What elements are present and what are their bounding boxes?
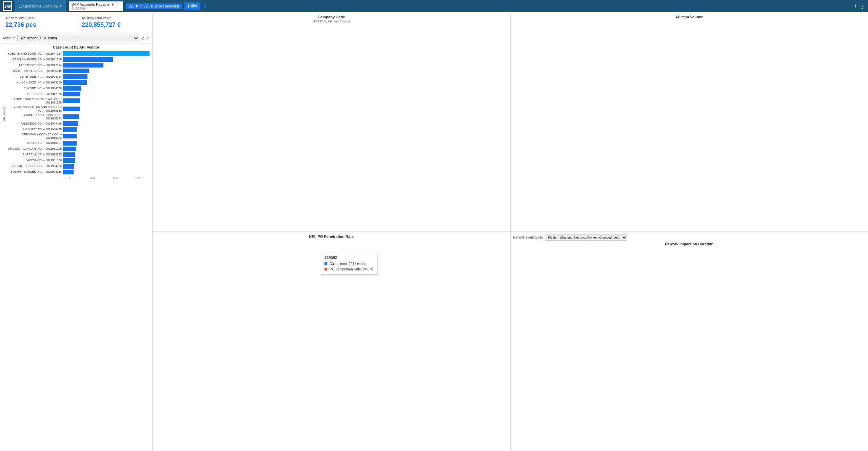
filter-box-main[interactable]: SAP Accounts Payable ▼ All cases (69, 1, 123, 11)
donut-small-label: Spain (308, 87, 314, 90)
bar-row-label: CRONIN – ROBEL CO. – 0021901315 (7, 58, 62, 61)
donut-small-cases: 76 cases (302, 99, 313, 102)
rework-y-tick: 2500 (526, 408, 532, 411)
rework-day-label: 3 days (843, 385, 851, 388)
po-x-axis-label: AP: Month Created (318, 444, 344, 448)
po-x-label: 2019/02 (166, 433, 174, 441)
donut-segment[interactable] (326, 94, 327, 110)
ap-volume-bar[interactable] (533, 204, 544, 210)
bar-fill[interactable] (63, 69, 89, 73)
ap-volume-bar[interactable] (549, 193, 560, 210)
expand-icon[interactable]: ⤢ (146, 36, 150, 41)
rework-day-label: 6 days (843, 340, 851, 343)
bar-fill[interactable] (63, 92, 80, 96)
ap-volume-bar[interactable] (797, 25, 808, 210)
bar-fill[interactable] (63, 57, 113, 62)
ap-volume-bar[interactable] (813, 29, 825, 210)
bar-fill[interactable] (63, 74, 87, 79)
nav-tab-operations[interactable]: 1) Operations Overview ▼ (15, 0, 66, 12)
bar-row: MANUPE LTD. – 0021946428175 cases (7, 127, 150, 132)
po-title: KPI: PO Penetration Rate (155, 234, 508, 239)
filter-dropdown-icon[interactable]: ▼ (111, 2, 115, 6)
bar-fill[interactable] (63, 63, 103, 68)
bar-fill[interactable] (63, 158, 75, 163)
more-options-button[interactable]: ⋮ (859, 2, 865, 10)
top-charts: Company Code (TOP10 by AP Item Counts) U… (153, 12, 868, 232)
ap-volume-bar[interactable] (582, 180, 594, 210)
ap-volume-bar[interactable] (615, 175, 627, 210)
settings-icon[interactable]: ⚙ (141, 36, 145, 41)
donut-small-label: Netherlands (302, 95, 317, 98)
bar-row-label: ELECTROPE CO. – 0021917214 (7, 63, 62, 67)
rework-y-tick: 17500 (525, 271, 532, 275)
bar-fill[interactable] (63, 121, 78, 126)
bar-row: LEERE CO. – 0021947370221 cases (7, 92, 150, 96)
svg-text:SAP: SAP (4, 5, 11, 8)
kpi-total-value: AP Item Total Value 220,855,727 € (76, 12, 152, 33)
rework-day-label: 1.5 days (843, 408, 853, 411)
donut-label-cases: 5841 cases (281, 152, 297, 156)
ap-volume-x-label: 2019/01 (531, 213, 539, 221)
rework-bar[interactable] (611, 296, 665, 432)
ap-volume-bar[interactable] (764, 46, 775, 210)
bar-fill[interactable] (63, 152, 75, 157)
bar-fill[interactable] (63, 51, 150, 56)
ap-volume-bar[interactable] (846, 67, 858, 210)
rework-y-tick: 12500 (525, 317, 532, 320)
po-y-right-tick: 12% (490, 406, 496, 409)
donut-segment[interactable] (292, 119, 322, 161)
ap-volume-bar[interactable] (731, 78, 742, 210)
ap-volume-bar[interactable] (714, 79, 726, 210)
ap-volume-bar[interactable] (698, 109, 709, 210)
po-x-label: 2019/11 (355, 433, 363, 441)
rework-day-label: 10.5 days (843, 271, 855, 275)
filter-main-label: SAP Accounts Payable (71, 2, 109, 6)
bar-fill[interactable] (63, 80, 87, 85)
bar-fill[interactable] (63, 114, 79, 119)
add-filter-button[interactable]: + (203, 2, 207, 10)
ap-volume-bar[interactable] (598, 178, 610, 210)
bar-fill[interactable] (63, 147, 76, 151)
ap-volume-bar[interactable] (566, 184, 577, 210)
bar-fill[interactable] (63, 86, 81, 91)
attribute-label: Attribute (3, 36, 15, 40)
rework-bar[interactable] (549, 273, 603, 432)
bar-fill[interactable] (63, 134, 77, 138)
bar-fill[interactable] (63, 107, 80, 111)
kpi-total-count: AP Item Total Count 22,736 pcs (0, 12, 76, 33)
rework-select[interactable]: PO Item Changed: Net price,PO Item Chang… (545, 234, 627, 241)
donut-small-cases: 1968 cases (296, 114, 310, 117)
bar-fill[interactable] (63, 170, 74, 174)
ap-volume-bar[interactable] (747, 74, 759, 210)
bar-container: 213 cases (63, 98, 150, 103)
po-y-left-tick: 0 (171, 429, 173, 432)
rework-y-left-label: Case count (514, 333, 517, 349)
ap-volume-bar[interactable] (780, 34, 792, 210)
filter-sub-label: All cases (71, 6, 121, 10)
bar-fill[interactable] (63, 98, 80, 103)
attribute-select[interactable]: AP: Vendor (1.9K items) (17, 35, 139, 41)
bar-row: ELECTROPE CO. – 0021917214516 cases (7, 63, 150, 68)
ap-volume-bar[interactable] (830, 38, 841, 210)
ap-volume-bar[interactable] (648, 134, 660, 210)
ap-volume-x-label: 2019/07 (630, 213, 638, 221)
ap-volume-x-label: 2020/04 (778, 213, 786, 221)
rework-bar[interactable] (765, 278, 818, 432)
rework-bar[interactable] (703, 394, 757, 432)
rework-day-label: 0 days (843, 430, 851, 433)
bar-row: ZULAUF – FISHER CO. – 0021904068140 case… (7, 164, 150, 169)
bar-fill[interactable] (63, 164, 74, 169)
ap-volume-bar[interactable] (632, 168, 643, 210)
ap-volume-bar[interactable] (665, 115, 676, 210)
bar-row-label: TERRY, TORP AND BARROWS CO. – 0021961599 (7, 97, 62, 104)
bar-fill[interactable] (63, 141, 77, 146)
bar-container: 175 cases (63, 127, 150, 132)
bar-row: PALEODOO CO. – 0021904416193 cases (7, 121, 150, 126)
bar-fill[interactable] (63, 127, 77, 132)
bar-row-label: KUHIC – BATZ INC. – 0021953100 (7, 81, 62, 84)
ap-volume-bar[interactable] (681, 109, 693, 210)
bar-container: 330 cases (63, 69, 150, 73)
rework-y-tick: 5000 (526, 385, 532, 388)
bar-container: 635 cases (63, 57, 150, 62)
add-tab-button[interactable]: + (853, 3, 857, 10)
